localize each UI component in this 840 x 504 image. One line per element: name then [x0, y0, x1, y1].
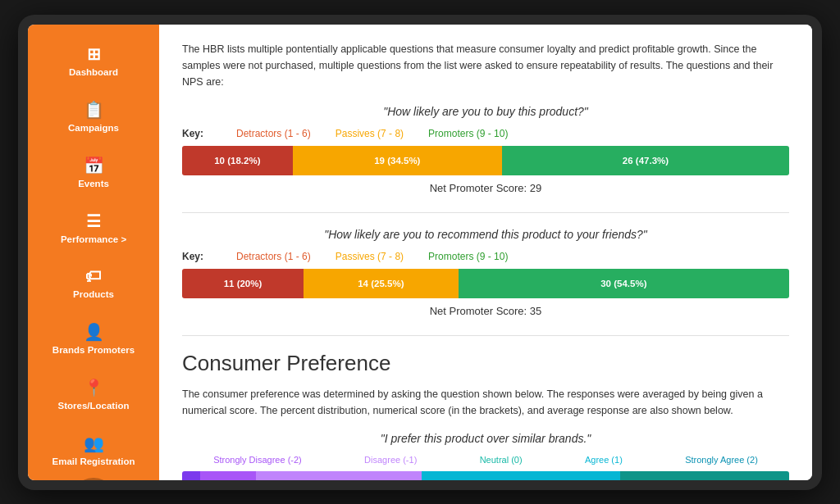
sidebar-item-label: Stores/Location — [58, 401, 130, 411]
section-title: Consumer Preference — [182, 351, 789, 376]
back-icon: ‹ — [91, 478, 95, 480]
pref-seg4: 18 32.7% — [422, 471, 620, 480]
campaigns-icon: 📋 — [84, 100, 104, 120]
performance-icon: ☰ — [86, 211, 101, 231]
brands-icon: 👤 — [84, 322, 104, 342]
bar-container-2: 11 (20%) 14 (25.5%) 30 (54.5%) — [182, 269, 789, 298]
divider-1 — [182, 212, 789, 213]
sidebar-item-products[interactable]: 🏷 Products — [28, 256, 159, 311]
sidebar-item-label: Dashboard — [69, 67, 118, 77]
products-icon: 🏷 — [85, 267, 102, 286]
question-title-1: "How likely are you to buy this product?… — [182, 105, 789, 118]
key-promoters-1: Promoters (9 - 10) — [428, 128, 508, 139]
main-content: The HBR lists multiple pontentially appl… — [159, 25, 812, 480]
bar-container-1: 10 (18.2%) 19 (34.5%) 26 (47.3%) — [182, 146, 789, 175]
dashboard-icon: ⊞ — [87, 44, 101, 64]
sidebar-item-events[interactable]: 📅 Events — [28, 144, 159, 200]
pref-key-strongly-agree: Strongly Agree (2) — [685, 455, 758, 465]
nps-score-1: Net Promoter Score: 29 — [182, 182, 789, 194]
consumer-preference-block: Consumer Preference The consumer prefere… — [182, 351, 789, 480]
sidebar-item-dashboard[interactable]: ⊞ Dashboard — [28, 33, 159, 89]
pref-key-strongly-disagree: Strongly Disagree (-2) — [213, 455, 302, 465]
pref-seg2: 5 9.1% — [200, 471, 255, 480]
sidebar-item-email-registration[interactable]: 👥 Email Registration — [28, 422, 159, 478]
stores-icon: 📍 — [84, 378, 104, 397]
key-detractors-2: Detractors (1 - 6) — [236, 251, 311, 262]
question-title-2: "How likely are you to recommend this pr… — [182, 228, 789, 241]
sidebar-item-performance[interactable]: ☰ Performance > — [28, 200, 159, 256]
preference-key-row: Strongly Disagree (-2) Disagree (-1) Neu… — [182, 455, 789, 465]
intro-text: The HBR lists multiple pontentially appl… — [182, 41, 789, 90]
pref-seg1: 1 1. — [182, 471, 200, 480]
bar-passive-1: 19 (34.5%) — [293, 146, 502, 175]
pref-seg3: 15 27.3% — [256, 471, 422, 480]
sidebar: ⊞ Dashboard 📋 Campaigns 📅 Events ☰ Perfo… — [28, 25, 159, 480]
sidebar-item-stores[interactable]: 📍 Stores/Location — [28, 366, 159, 422]
pref-key-disagree: Disagree (-1) — [364, 455, 417, 465]
bar-promoter-1: 26 (47.3%) — [502, 146, 789, 175]
sidebar-item-campaigns[interactable]: 📋 Campaigns — [28, 89, 159, 144]
key-row-2: Key: Detractors (1 - 6) Passives (7 - 8)… — [182, 251, 789, 262]
key-promoters-2: Promoters (9 - 10) — [428, 251, 508, 262]
pref-key-agree: Agree (1) — [585, 455, 623, 465]
key-label-1: Key: — [182, 128, 203, 139]
tablet-frame: ⊞ Dashboard 📋 Campaigns 📅 Events ☰ Perfo… — [18, 15, 822, 490]
pref-seg5: 16 29.1% — [620, 471, 789, 480]
events-icon: 📅 — [84, 156, 104, 175]
bar-detractor-2: 11 (20%) — [182, 269, 304, 298]
key-label-2: Key: — [182, 251, 203, 262]
bar-promoter-2: 30 (54.5%) — [459, 269, 789, 298]
key-row-1: Key: Detractors (1 - 6) Passives (7 - 8)… — [182, 128, 789, 139]
key-passives-2: Passives (7 - 8) — [336, 251, 404, 262]
preference-question-title: "I prefer this product over similar bran… — [182, 432, 789, 445]
nps-score-2: Net Promoter Score: 35 — [182, 305, 789, 317]
sidebar-item-label: Performance > — [61, 234, 126, 244]
sidebar-item-label: Brands Promoters — [52, 345, 135, 355]
divider-2 — [182, 335, 789, 336]
key-passives-1: Passives (7 - 8) — [336, 128, 404, 139]
sidebar-item-label: Email Registration — [52, 456, 135, 466]
section-description: The consumer preference was determined b… — [182, 386, 789, 419]
sidebar-item-label: Campaigns — [68, 123, 119, 133]
key-detractors-1: Detractors (1 - 6) — [236, 128, 311, 139]
pref-bar-container: 1 1. 5 9.1% 15 27.3% 18 32.7% 16 29.1% — [182, 471, 789, 480]
bar-passive-2: 14 (25.5%) — [304, 269, 459, 298]
sidebar-item-brands-promoters[interactable]: 👤 Brands Promoters — [28, 311, 159, 366]
bar-detractor-1: 10 (18.2%) — [182, 146, 293, 175]
question-block-2: "How likely are you to recommend this pr… — [182, 228, 789, 317]
sidebar-item-label: Products — [73, 289, 114, 299]
tablet-screen: ⊞ Dashboard 📋 Campaigns 📅 Events ☰ Perfo… — [28, 25, 812, 480]
email-icon: 👥 — [84, 434, 104, 453]
back-button[interactable]: ‹ — [80, 478, 107, 480]
pref-key-neutral: Neutral (0) — [480, 455, 523, 465]
sidebar-item-label: Events — [78, 179, 109, 188]
question-block-1: "How likely are you to buy this product?… — [182, 105, 789, 194]
